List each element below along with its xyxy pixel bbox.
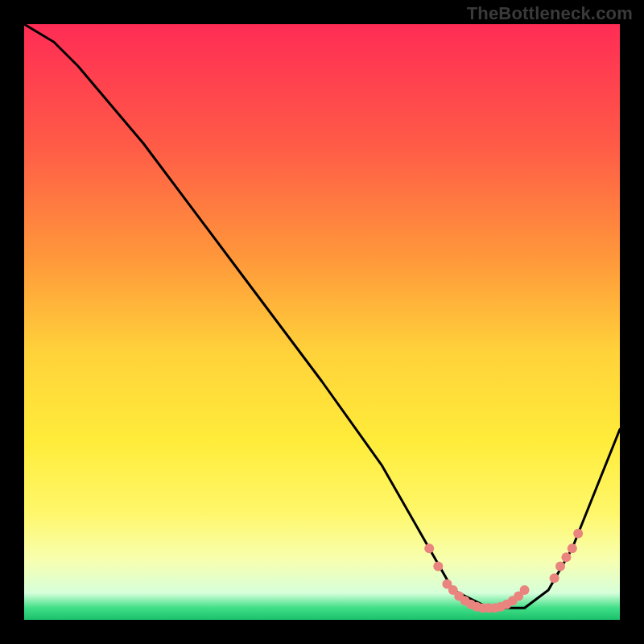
highlight-dot [424, 543, 434, 553]
highlight-dot [561, 552, 571, 562]
plot-background [24, 24, 620, 620]
bottleneck-plot [0, 0, 644, 644]
highlight-dot [433, 561, 443, 571]
highlight-dot [573, 529, 583, 539]
chart-stage: TheBottleneck.com [0, 0, 644, 644]
highlight-dot [555, 561, 565, 571]
highlight-dot [568, 543, 577, 553]
highlight-dot [550, 573, 559, 583]
highlight-dot [520, 585, 530, 595]
